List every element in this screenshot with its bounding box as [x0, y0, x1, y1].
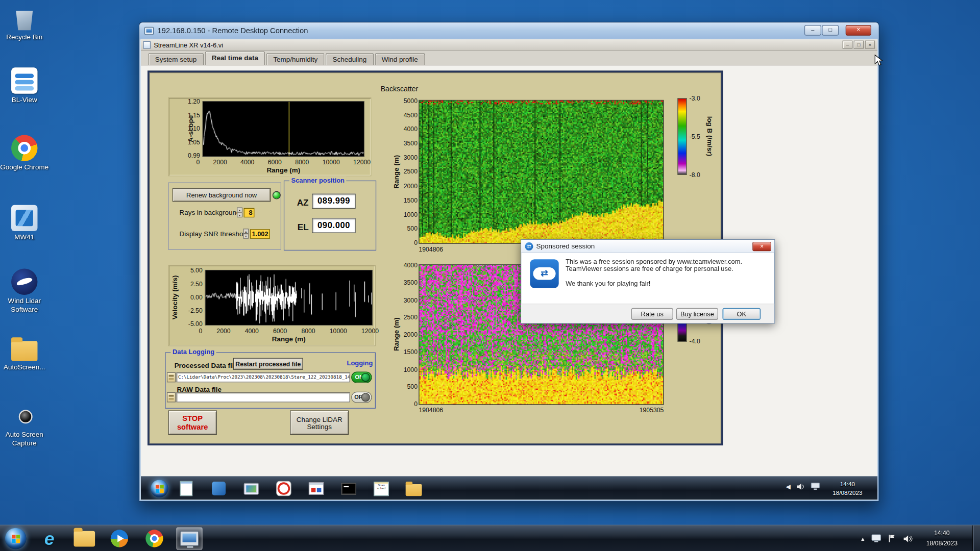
windows-flag-icon: [12, 535, 20, 543]
session-volume-icon[interactable]: [796, 483, 805, 490]
session-display-tray-icon[interactable]: [811, 482, 820, 490]
snr-spinner[interactable]: ▴ ▾: [243, 229, 249, 239]
desktop-icon-label: Auto Screen Capture: [0, 431, 49, 448]
raw-path-field[interactable]: [176, 392, 350, 403]
tray-expand-icon[interactable]: ▴: [861, 535, 864, 542]
tick-label: 3000: [404, 154, 418, 161]
spin-up-icon[interactable]: ▴: [237, 208, 242, 213]
buy-license-button[interactable]: Buy license: [676, 308, 718, 320]
stop-software-button[interactable]: STOP software: [168, 410, 217, 435]
az-value-field[interactable]: 089.999: [312, 194, 356, 209]
restart-processed-file-button[interactable]: Restart processed file: [233, 358, 303, 370]
tab-temp-humidity[interactable]: Temp/humidity: [266, 53, 325, 65]
raw-logging-toggle[interactable]: OFF: [351, 392, 372, 403]
dialog-title-bar[interactable]: ⇄ Sponsored session ×: [521, 240, 774, 253]
desktop-icon-autoscreen-folder[interactable]: AutoScreen...: [0, 336, 49, 371]
rdp-window-title: 192.168.0.150 - Remote Desktop Connectio…: [158, 26, 308, 35]
processed-path-field[interactable]: C:\Lidar\Data\Proc\2023\202308\20230818\…: [176, 372, 350, 383]
rate-us-button[interactable]: Rate us: [631, 308, 673, 320]
rdp-title-bar[interactable]: 192.168.0.150 - Remote Desktop Connectio…: [139, 22, 879, 39]
app-minimize-button[interactable]: –: [843, 41, 853, 49]
session-clock[interactable]: 14:40 18/08/2023: [827, 480, 867, 497]
internet-explorer-icon[interactable]: e: [36, 527, 62, 549]
tick-label: 0.99: [188, 152, 200, 159]
desktop-icon-bl-view[interactable]: BL-View: [0, 67, 49, 104]
velocity-y-ticks: 5.002.500.00-2.50-5.00: [179, 267, 203, 328]
el-value-field[interactable]: 090.000: [312, 218, 356, 233]
dialog-message: This was a free session sponsored by www…: [566, 257, 768, 287]
chrome-taskbar-icon[interactable]: [141, 527, 167, 549]
windows-explorer-icon[interactable]: [71, 527, 97, 549]
taskbar-display-icon[interactable]: [240, 479, 262, 498]
rdp-close-button[interactable]: ×: [846, 25, 871, 36]
tick-label: 12000: [361, 328, 379, 334]
renew-background-button[interactable]: Renew background now: [173, 188, 271, 202]
start-button[interactable]: [5, 528, 27, 549]
tick-label: -4.0: [690, 338, 700, 344]
ascope-plot: [203, 101, 364, 157]
rdp-maximize-button[interactable]: □: [822, 25, 839, 36]
desktop-icon-mw41[interactable]: MW41: [0, 205, 49, 242]
data-logging-title: Data Logging: [170, 348, 216, 356]
action-center-flag-icon[interactable]: [888, 534, 896, 543]
renew-background-led: [273, 191, 281, 199]
taskbar-folder-icon[interactable]: [403, 479, 425, 498]
spin-down-icon[interactable]: ▾: [243, 234, 249, 239]
dialog-close-button[interactable]: ×: [752, 242, 771, 251]
processed-logging-toggle[interactable]: ON: [351, 372, 372, 383]
desktop-icon-wind-lidar[interactable]: Wind Lidar Software: [0, 269, 49, 314]
tick-label: 8000: [301, 328, 315, 334]
volume-icon[interactable]: [903, 535, 912, 543]
rays-in-background-value[interactable]: 8: [244, 208, 255, 217]
logging-label: Logging: [347, 359, 373, 367]
tick-label: 500: [407, 225, 418, 232]
taskbar-app-icon[interactable]: [208, 479, 230, 498]
tab-scheduling[interactable]: Scheduling: [326, 53, 374, 65]
taskbar-cmd-icon[interactable]: [338, 479, 359, 498]
app-title-bar[interactable]: StreamLine XR v14-6.vi – □ ×: [141, 39, 878, 51]
media-player-icon[interactable]: [106, 527, 132, 549]
app-close-button[interactable]: ×: [865, 41, 875, 49]
session-tray: ◀: [786, 482, 820, 490]
rdp-minimize-button[interactable]: –: [804, 25, 821, 36]
rdp-taskbar-icon-active[interactable]: [176, 527, 202, 549]
tick-label: 1500: [404, 196, 418, 203]
tab-system-setup[interactable]: System setup: [148, 53, 204, 65]
rays-spinner[interactable]: ▴ ▾: [237, 208, 242, 218]
change-lidar-settings-button[interactable]: Change LiDAR Settings: [290, 410, 349, 435]
taskbar-power-off-icon[interactable]: [273, 479, 295, 498]
desktop-icon-auto-screen-capture[interactable]: Auto Screen Capture: [0, 403, 49, 448]
tick-label: 2500: [404, 168, 418, 175]
ok-button[interactable]: OK: [723, 308, 761, 320]
tick-label: 12000: [353, 159, 371, 165]
taskbar-xr-window-icon[interactable]: [306, 479, 327, 498]
session-start-button[interactable]: [151, 480, 168, 497]
tick-label: 2.50: [190, 280, 203, 287]
spin-up-icon[interactable]: ▴: [243, 229, 249, 234]
show-desktop-button[interactable]: [972, 525, 980, 551]
spin-down-icon[interactable]: ▾: [237, 212, 242, 217]
taskbar-notepad-icon[interactable]: [176, 479, 197, 498]
app-restore-button[interactable]: □: [854, 41, 864, 49]
tick-label: 3500: [404, 279, 418, 286]
folder-icon: [11, 341, 37, 361]
chrome-icon: [11, 135, 37, 161]
clock-date: 18/08/2023: [918, 538, 967, 548]
snr-threshold-value[interactable]: 1.002: [250, 229, 270, 238]
dialog-message-line2: TeamViewer sessions are free of charge f…: [566, 265, 768, 273]
tick-label: 0.00: [190, 294, 203, 300]
session-tray-expand-icon[interactable]: ◀: [786, 483, 791, 490]
tick-label: 5.00: [190, 267, 203, 273]
tray-display-icon[interactable]: [871, 534, 881, 543]
taskbar-scan-sched-icon[interactable]: Scan sched: [371, 479, 392, 498]
desktop-icon-recycle-bin[interactable]: Recycle Bin: [0, 5, 49, 42]
ascope-y-ticks: 1.201.151.101.050.99: [181, 98, 200, 159]
velocity-x-axis-label: Range (m): [205, 335, 373, 342]
desktop-icon-google-chrome[interactable]: Google Chrome: [0, 135, 49, 171]
backscatter-y-ticks: 5000450040003500300025002000150010005000: [399, 97, 418, 246]
tab-real-time-data[interactable]: Real time data: [205, 51, 265, 65]
tab-wind-profile[interactable]: Wind profile: [375, 53, 425, 65]
raw-path-browse-icon[interactable]: [167, 392, 176, 403]
taskbar-clock[interactable]: 14:40 18/08/2023: [918, 529, 967, 548]
processed-path-browse-icon[interactable]: [167, 372, 176, 383]
